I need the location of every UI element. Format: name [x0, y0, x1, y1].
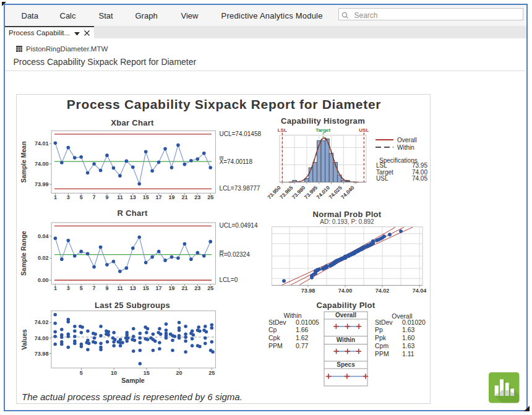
svg-text:21: 21 [181, 285, 187, 291]
svg-text:Sample Range: Sample Range [20, 231, 27, 276]
svg-text:17: 17 [156, 194, 162, 200]
svg-text:15: 15 [144, 370, 150, 376]
svg-text:74.00: 74.00 [338, 288, 353, 294]
svg-text:1: 1 [54, 285, 57, 291]
svg-text:LSL: LSL [376, 162, 387, 169]
svg-text:Cp: Cp [268, 326, 277, 333]
svg-text:Values: Values [20, 329, 28, 349]
svg-text:5: 5 [80, 194, 83, 200]
svg-text:23: 23 [194, 285, 200, 291]
svg-text:1.63: 1.63 [402, 342, 415, 349]
svg-text:13: 13 [130, 194, 136, 200]
svg-text:74.00: 74.00 [35, 161, 49, 167]
svg-text:UCL=74.01458: UCL=74.01458 [220, 130, 262, 137]
svg-text:Capability Histogram: Capability Histogram [281, 116, 365, 126]
svg-text:PPM: PPM [268, 342, 283, 349]
svg-text:0.01005: 0.01005 [296, 319, 319, 326]
svg-text:25: 25 [207, 285, 213, 291]
svg-text:The actual process spread is r: The actual process spread is represented… [22, 391, 242, 402]
svg-text:Pp: Pp [375, 326, 383, 333]
svg-text:3: 3 [67, 285, 70, 291]
svg-text:5: 5 [80, 285, 83, 291]
svg-text:9: 9 [105, 194, 108, 200]
svg-text:R Chart: R Chart [117, 208, 147, 218]
svg-text:11: 11 [117, 285, 123, 291]
svg-text:Last 25 Subgroups: Last 25 Subgroups [95, 301, 170, 310]
svg-text:19: 19 [168, 194, 174, 200]
svg-text:Cpm: Cpm [375, 342, 388, 349]
svg-text:0.00: 0.00 [38, 277, 49, 283]
svg-text:1.66: 1.66 [296, 326, 309, 333]
svg-text:5: 5 [80, 370, 83, 376]
svg-text:74.01: 74.01 [35, 140, 49, 147]
svg-text:Cpk: Cpk [268, 334, 280, 341]
svg-text:USL: USL [359, 127, 369, 133]
svg-text:7: 7 [93, 285, 96, 291]
svg-text:Overall: Overall [397, 137, 417, 143]
svg-text:11: 11 [117, 194, 123, 200]
svg-text:0.02: 0.02 [38, 255, 49, 261]
svg-text:25: 25 [207, 194, 213, 200]
svg-text:15: 15 [143, 285, 149, 291]
svg-text:3: 3 [67, 194, 70, 200]
svg-text:1.63: 1.63 [402, 326, 415, 333]
svg-text:1.62: 1.62 [296, 334, 309, 341]
svg-text:9: 9 [105, 285, 108, 291]
svg-text:0.77: 0.77 [296, 342, 309, 349]
svg-text:0.04: 0.04 [38, 233, 49, 239]
svg-text:Sample Mean: Sample Mean [20, 141, 27, 182]
svg-text:Within: Within [397, 144, 414, 151]
svg-text:StDev: StDev [375, 319, 393, 326]
svg-text:19: 19 [168, 285, 174, 291]
svg-text:1.60: 1.60 [402, 334, 415, 341]
svg-text:23: 23 [194, 194, 200, 200]
svg-text:AD: 0.193, P: 0.892: AD: 0.193, P: 0.892 [320, 218, 374, 225]
svg-text:LCL=73.98777: LCL=73.98777 [220, 185, 260, 192]
svg-text:13: 13 [130, 285, 136, 291]
svg-text:74.00: 74.00 [35, 335, 49, 341]
svg-text:LCL=0: LCL=0 [220, 276, 238, 283]
svg-text:Target: Target [376, 169, 393, 176]
svg-text:0.01020: 0.01020 [402, 319, 426, 326]
svg-text:R=0.02324: R=0.02324 [220, 251, 251, 258]
svg-text:74.040: 74.040 [340, 184, 356, 200]
svg-text:74.04: 74.04 [413, 288, 427, 294]
svg-text:1: 1 [54, 194, 57, 200]
svg-text:USL: USL [376, 175, 388, 182]
svg-text:Capability Plot: Capability Plot [317, 301, 375, 310]
svg-text:Within: Within [337, 336, 355, 343]
svg-text:74.02: 74.02 [35, 319, 49, 325]
svg-text:Target: Target [315, 127, 330, 133]
svg-text:10: 10 [111, 370, 117, 376]
svg-text:73.98: 73.98 [301, 288, 315, 294]
svg-text:Process Capability Sixpack Rep: Process Capability Sixpack Report for Di… [67, 97, 381, 111]
svg-text:73.95: 73.95 [412, 162, 427, 169]
svg-text:Normal Prob Plot: Normal Prob Plot [313, 210, 382, 219]
svg-text:Sample: Sample [121, 377, 145, 384]
svg-text:LSL: LSL [278, 127, 287, 133]
svg-text:UCL=0.04914: UCL=0.04914 [220, 222, 258, 229]
svg-text:StDev: StDev [268, 319, 286, 326]
svg-text:Specs: Specs [337, 361, 355, 368]
svg-text:73.99: 73.99 [35, 181, 49, 187]
svg-text:7: 7 [93, 194, 96, 200]
svg-text:74.02: 74.02 [375, 288, 390, 294]
svg-text:1.11: 1.11 [402, 350, 414, 357]
svg-text:X=74.00118: X=74.00118 [220, 158, 253, 165]
svg-text:15: 15 [143, 194, 149, 200]
svg-text:Xbar Chart: Xbar Chart [111, 118, 154, 127]
svg-text:20: 20 [176, 370, 182, 376]
svg-text:73.98: 73.98 [35, 351, 49, 357]
svg-text:17: 17 [156, 285, 162, 291]
svg-text:21: 21 [181, 194, 187, 200]
svg-text:25: 25 [208, 370, 215, 376]
svg-text:74.00: 74.00 [412, 169, 427, 176]
svg-text:Ppk: Ppk [375, 334, 387, 341]
svg-text:Overall: Overall [335, 312, 356, 319]
svg-text:PPM: PPM [375, 350, 389, 357]
svg-text:74.05: 74.05 [412, 175, 427, 182]
